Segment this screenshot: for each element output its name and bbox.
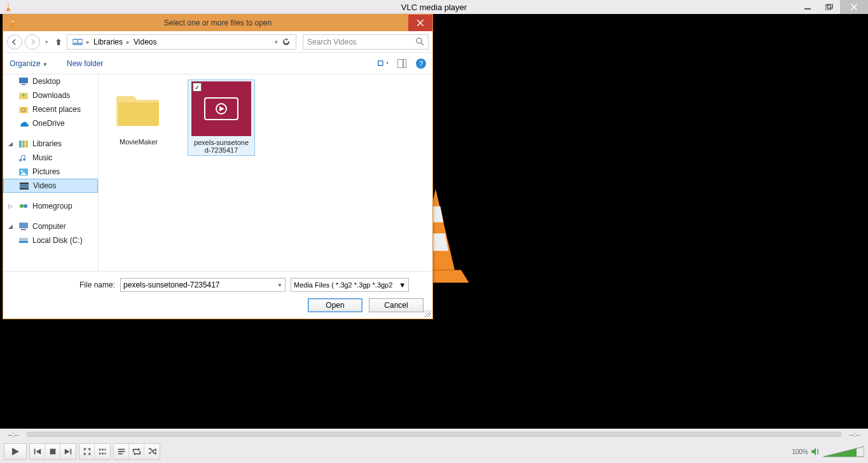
svg-rect-63 <box>21 229 26 230</box>
svg-marker-30 <box>823 448 857 457</box>
search-field[interactable] <box>303 34 429 50</box>
computer-icon <box>18 221 29 232</box>
breadcrumb-dropdown[interactable]: ▾ <box>275 39 278 45</box>
nav-up-button[interactable] <box>53 36 64 48</box>
stop-button[interactable] <box>45 444 60 459</box>
refresh-button[interactable] <box>282 38 291 46</box>
svg-marker-0 <box>7 3 10 10</box>
sidebar-item-desktop[interactable]: Desktop <box>3 74 98 88</box>
window-maximize-button[interactable] <box>818 0 840 14</box>
sidebar-item-computer[interactable]: ◢Computer <box>3 219 98 233</box>
speaker-icon[interactable] <box>811 446 821 457</box>
playlist-button[interactable] <box>114 444 129 459</box>
vlc-cone-icon <box>8 18 17 27</box>
filename-input[interactable]: pexels-sunsetoned-7235417▼ <box>120 278 286 292</box>
svg-rect-52 <box>22 141 25 148</box>
chevron-down-icon[interactable]: ▼ <box>277 282 282 288</box>
svg-rect-16 <box>50 449 55 455</box>
time-elapsed[interactable]: --:-- <box>4 431 23 438</box>
sidebar-item-localdisk[interactable]: Local Disk (C:) <box>3 233 98 247</box>
window-minimize-button[interactable] <box>797 0 818 14</box>
svg-rect-26 <box>118 451 125 452</box>
downloads-icon <box>18 90 29 100</box>
nav-history-dropdown[interactable]: ▾ <box>43 39 50 45</box>
svg-rect-46 <box>19 78 28 83</box>
search-input[interactable] <box>307 38 416 46</box>
vlc-cone-icon <box>4 3 13 11</box>
play-button[interactable] <box>4 444 26 459</box>
sidebar[interactable]: Desktop Downloads Recent places OneDrive… <box>3 74 99 271</box>
svg-text:▼: ▼ <box>385 61 388 65</box>
sidebar-item-pictures[interactable]: Pictures <box>3 165 98 179</box>
sidebar-item-homegroup[interactable]: ▷Homegroup <box>3 199 98 213</box>
fullscreen-button[interactable] <box>79 444 95 459</box>
svg-rect-58 <box>20 183 29 184</box>
filetype-select[interactable]: Media Files ( *.3g2 *.3gp *.3gp2▼ <box>291 278 409 292</box>
seek-bar[interactable] <box>27 432 841 437</box>
chevron-right-icon[interactable]: ▸ <box>127 39 130 45</box>
sidebar-item-downloads[interactable]: Downloads <box>3 88 98 102</box>
new-folder-button[interactable]: New folder <box>67 59 103 68</box>
sidebar-item-recent[interactable]: Recent places <box>3 102 98 116</box>
sidebar-item-videos[interactable]: Videos <box>3 179 98 193</box>
file-list[interactable]: MovieMaker ✓ pexels-sunsetoned-7235417 <box>99 74 432 271</box>
breadcrumb-seg-libraries[interactable]: Libraries <box>91 38 125 46</box>
expand-icon[interactable]: ◢ <box>8 141 15 147</box>
expand-icon[interactable]: ▷ <box>8 203 15 209</box>
svg-point-55 <box>21 170 23 172</box>
breadcrumb-seg-videos[interactable]: Videos <box>131 38 159 46</box>
dialog-titlebar[interactable]: Select one or more files to open <box>3 15 432 31</box>
svg-rect-65 <box>19 241 28 243</box>
filename-label: File name: <box>79 280 115 289</box>
pictures-icon <box>18 167 29 177</box>
chevron-down-icon[interactable]: ▼ <box>399 281 406 289</box>
svg-marker-15 <box>36 449 41 455</box>
svg-rect-59 <box>20 188 29 190</box>
dialog-title: Select one or more files to open <box>3 18 432 27</box>
shuffle-button[interactable] <box>144 444 160 459</box>
prev-button[interactable] <box>30 444 45 459</box>
help-button[interactable]: ? <box>416 59 426 69</box>
breadcrumb-root-icon[interactable] <box>70 38 85 46</box>
file-item-folder[interactable]: MovieMaker <box>105 79 172 147</box>
sidebar-item-libraries[interactable]: ◢Libraries <box>3 137 98 151</box>
organize-menu[interactable]: Organize ▼ <box>10 59 48 68</box>
nav-forward-button[interactable] <box>25 34 40 50</box>
breadcrumb[interactable]: ▸ Libraries ▸ Videos ▾ <box>67 34 296 50</box>
vlc-titlebar: VLC media player <box>0 0 868 14</box>
svg-rect-53 <box>25 141 28 148</box>
sidebar-item-music[interactable]: Music <box>3 151 98 165</box>
folder-icon <box>116 90 162 127</box>
desktop-icon <box>18 76 29 86</box>
open-button[interactable]: Open <box>308 298 362 312</box>
videos-icon <box>19 181 29 191</box>
svg-rect-37 <box>73 40 77 43</box>
next-button[interactable] <box>60 444 76 459</box>
svg-rect-25 <box>118 449 125 450</box>
dialog-close-button[interactable] <box>408 15 432 31</box>
svg-marker-68 <box>219 106 224 111</box>
vlc-title: VLC media player <box>0 3 868 12</box>
loop-button[interactable] <box>129 444 144 459</box>
svg-marker-13 <box>12 448 19 455</box>
expand-icon[interactable]: ◢ <box>8 223 15 230</box>
file-label: pexels-sunsetoned-7235417 <box>194 139 249 154</box>
svg-rect-3 <box>6 10 11 11</box>
ext-settings-button[interactable] <box>95 444 110 459</box>
sidebar-item-onedrive[interactable]: OneDrive <box>3 116 98 130</box>
view-mode-button[interactable]: ▼ <box>378 59 388 69</box>
window-close-button[interactable] <box>840 0 868 14</box>
nav-back-button[interactable] <box>7 34 22 50</box>
svg-rect-47 <box>22 84 25 85</box>
svg-point-39 <box>417 38 422 43</box>
resize-grip[interactable] <box>424 310 431 317</box>
file-item-video[interactable]: ✓ pexels-sunsetoned-7235417 <box>188 79 255 156</box>
volume-slider[interactable] <box>823 445 864 458</box>
cancel-button[interactable]: Cancel <box>369 298 424 312</box>
search-icon[interactable] <box>416 38 424 46</box>
checkbox-icon[interactable]: ✓ <box>193 83 202 92</box>
preview-pane-button[interactable] <box>397 59 407 69</box>
time-total[interactable]: --:-- <box>845 431 864 438</box>
chevron-right-icon[interactable]: ▸ <box>86 39 90 45</box>
controls-row: 100% <box>0 440 868 463</box>
